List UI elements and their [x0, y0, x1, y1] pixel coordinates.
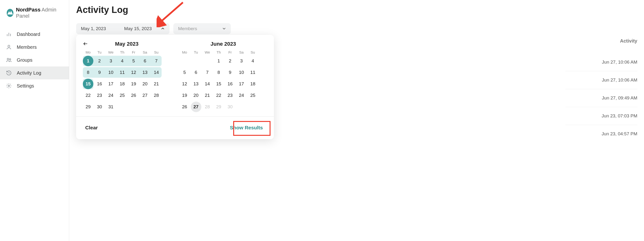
members-filter[interactable]: Members	[173, 23, 231, 34]
activity-header: Activity	[566, 38, 637, 44]
calendar-day[interactable]: 21	[202, 90, 212, 101]
calendar-day[interactable]: 24	[236, 90, 247, 101]
calendar-day[interactable]: 10	[106, 67, 116, 78]
calendar-day[interactable]: 14	[151, 67, 162, 78]
calendar-day[interactable]: 16	[94, 79, 105, 89]
calendar-day[interactable]: 16	[225, 79, 235, 89]
calendar-day[interactable]: 2	[94, 56, 105, 66]
clear-button[interactable]: Clear	[84, 125, 99, 131]
calendar-week: 1234	[179, 56, 267, 66]
members-placeholder: Members	[178, 26, 197, 31]
calendar-day[interactable]: 14	[202, 79, 212, 89]
sidebar-nav: DashboardMembersGroupsActivity LogSettin…	[0, 28, 69, 92]
calendar-day[interactable]: 1	[83, 56, 93, 66]
calendar-day[interactable]: 19	[128, 79, 139, 89]
calendar-day[interactable]: 22	[214, 90, 224, 101]
svg-point-3	[8, 45, 10, 47]
sidebar-item-label: Settings	[17, 83, 34, 89]
calendar-day[interactable]: 11	[117, 67, 128, 78]
prev-month-button[interactable]	[83, 41, 88, 48]
calendar-empty	[191, 56, 201, 66]
sidebar-item-label: Dashboard	[17, 31, 40, 37]
calendar-empty	[248, 102, 258, 112]
calendar-empty	[117, 102, 128, 112]
filter-bar: May 1, 2023 May 15, 2023 Members	[76, 23, 644, 34]
calendar-day[interactable]: 13	[140, 67, 150, 78]
sidebar-item-members[interactable]: Members	[0, 41, 69, 53]
calendar-day[interactable]: 6	[191, 67, 201, 78]
calendar-day[interactable]: 21	[151, 79, 162, 89]
calendar-day[interactable]: 24	[106, 90, 116, 101]
dow-label: Tu	[191, 50, 201, 54]
calendar-day[interactable]: 4	[117, 56, 128, 66]
calendar-day[interactable]: 7	[202, 67, 212, 78]
brand-logo-icon	[7, 9, 14, 17]
calendar-week: 22232425262728	[83, 90, 171, 101]
calendar-day[interactable]: 7	[151, 56, 162, 66]
calendar-day[interactable]: 9	[94, 67, 105, 78]
calendar-week: 19202122232425	[179, 90, 267, 101]
date-start: May 1, 2023	[81, 26, 106, 31]
calendar-day[interactable]: 19	[179, 90, 190, 101]
calendar-day[interactable]: 27	[191, 102, 201, 112]
calendar-day[interactable]: 15	[214, 79, 224, 89]
activity-timestamp: Jun 27, 10:06 AM	[566, 53, 637, 71]
date-picker-popover: May 2023MoTuWeThFrSaSu123456789101112131…	[76, 35, 274, 139]
calendar-day[interactable]: 3	[236, 56, 247, 66]
calendar-day[interactable]: 9	[225, 67, 235, 78]
calendar-day[interactable]: 2	[225, 56, 235, 66]
calendar-day[interactable]: 12	[179, 79, 190, 89]
page-title: Activity Log	[76, 5, 644, 15]
dow-label: Sa	[236, 50, 247, 54]
activity-timestamp: Jun 23, 04:57 PM	[566, 125, 637, 143]
svg-point-6	[8, 85, 10, 87]
calendar-day[interactable]: 26	[179, 102, 190, 112]
calendar-day[interactable]: 6	[140, 56, 150, 66]
chevron-down-icon	[222, 27, 226, 31]
show-results-button[interactable]: Show Results	[226, 122, 266, 133]
calendar-day[interactable]: 5	[179, 67, 190, 78]
calendar-week: 12131415161718	[179, 79, 267, 89]
svg-point-4	[7, 58, 8, 60]
calendar-day[interactable]: 25	[248, 90, 258, 101]
calendar-day[interactable]: 3	[106, 56, 116, 66]
calendar-day[interactable]: 17	[106, 79, 116, 89]
brand-name: NordPass	[16, 7, 40, 13]
calendar-day[interactable]: 18	[117, 79, 128, 89]
calendar-day[interactable]: 28	[151, 90, 162, 101]
calendar-day[interactable]: 20	[140, 79, 150, 89]
calendar-day[interactable]: 11	[248, 67, 258, 78]
calendar-day[interactable]: 15	[83, 79, 93, 89]
calendar-day[interactable]: 8	[214, 67, 224, 78]
calendar-day[interactable]: 25	[117, 90, 128, 101]
calendar-day[interactable]: 5	[128, 56, 139, 66]
calendar-day[interactable]: 4	[248, 56, 258, 66]
calendar-day[interactable]: 10	[236, 67, 247, 78]
calendar-day[interactable]: 1	[214, 56, 224, 66]
calendar-day[interactable]: 23	[225, 90, 235, 101]
calendar-week: 2627282930	[179, 102, 267, 112]
brand: NordPassAdmin Panel	[0, 0, 69, 28]
calendar-day[interactable]: 20	[191, 90, 201, 101]
calendar-day[interactable]: 30	[94, 102, 105, 112]
calendar-day[interactable]: 23	[94, 90, 105, 101]
dow-label: Th	[214, 50, 224, 54]
calendar-day[interactable]: 31	[106, 102, 116, 112]
sidebar-item-groups[interactable]: Groups	[0, 53, 69, 66]
date-range-filter[interactable]: May 1, 2023 May 15, 2023	[76, 23, 170, 34]
calendar-day[interactable]: 26	[128, 90, 139, 101]
sidebar-item-dashboard[interactable]: Dashboard	[0, 28, 69, 41]
calendar-day[interactable]: 13	[191, 79, 201, 89]
calendar-day[interactable]: 29	[83, 102, 93, 112]
calendar-day[interactable]: 18	[248, 79, 258, 89]
dow-label: We	[202, 50, 212, 54]
chart-bar-icon	[6, 31, 12, 37]
calendar-day[interactable]: 22	[83, 90, 93, 101]
calendar-empty	[151, 102, 162, 112]
calendar-day[interactable]: 27	[140, 90, 150, 101]
sidebar-item-activity-log[interactable]: Activity Log	[0, 66, 69, 79]
calendar-day[interactable]: 17	[236, 79, 247, 89]
sidebar-item-settings[interactable]: Settings	[0, 79, 69, 92]
calendar-day[interactable]: 12	[128, 67, 139, 78]
calendar-day[interactable]: 8	[83, 67, 93, 78]
